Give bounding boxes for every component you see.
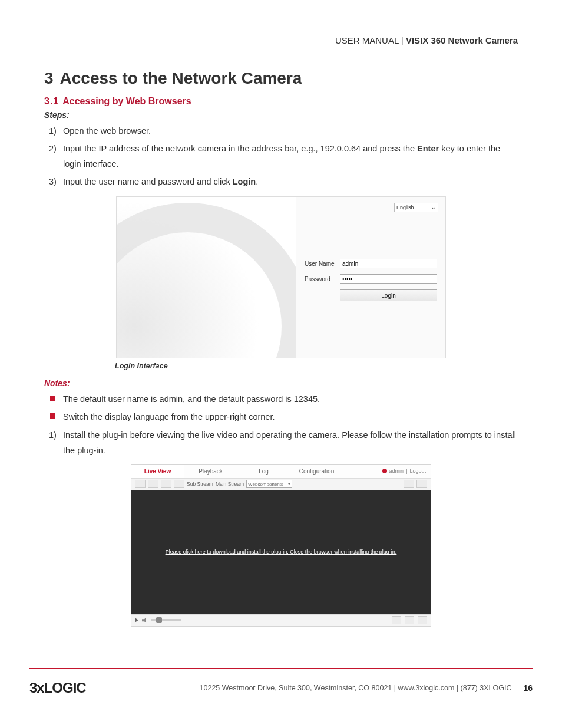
login-panel: English ⌄ User Name Password Login [296, 197, 445, 358]
figure-caption: Login Interface [115, 362, 518, 370]
step-number: 1) [49, 123, 63, 139]
chevron-down-icon: ⌄ [431, 205, 436, 210]
section-number: 3.1 [44, 96, 59, 106]
note-item: The default user name is admin, and the … [63, 391, 518, 407]
logout-link[interactable]: Logout [409, 468, 426, 474]
user-info: admin | Logout [382, 465, 431, 478]
step-item: 1)Open the web browser. [63, 123, 518, 139]
stream-sub[interactable]: Sub Stream [187, 481, 213, 487]
step-text-pre: Input the user name and password and cli… [63, 177, 233, 186]
video-controls [131, 614, 431, 626]
note-text: The default user name is admin, and the … [63, 394, 320, 404]
note-text: Switch the display language from the upp… [63, 412, 275, 421]
page-footer: 3xLOGIC 10225 Westmoor Drive, Suite 300,… [29, 680, 533, 714]
note-item: Switch the display language from the upp… [63, 409, 518, 424]
step-number: 3) [49, 174, 63, 189]
step-number: 2) [49, 141, 63, 156]
tab-playback[interactable]: Playback [184, 465, 237, 478]
step-item: 2)Input the IP address of the network ca… [63, 141, 518, 172]
note-number: 1) [49, 427, 63, 443]
step-text-bold: Login [233, 177, 256, 186]
login-button[interactable]: Login [340, 289, 437, 301]
liveview-screenshot: Live View Playback Log Configuration adm… [131, 464, 431, 627]
page-header: USER MANUAL | VISIX 360 Network Camera [44, 35, 518, 45]
tab-log[interactable]: Log [237, 465, 290, 478]
control-button[interactable] [405, 616, 414, 624]
stream-main[interactable]: Main Stream [216, 481, 244, 487]
note-item: 1)Install the plug-in before viewing the… [63, 427, 518, 458]
chapter-heading: 3Access to the Network Camera [44, 69, 518, 88]
volume-icon[interactable] [142, 617, 148, 623]
toolbar-button[interactable] [416, 480, 427, 488]
step-text-bold: Enter [417, 144, 439, 153]
footer-rule [29, 668, 533, 669]
login-graphic [117, 197, 296, 358]
note-text: Install the plug-in before viewing the l… [63, 430, 516, 455]
plugin-download-link[interactable]: Please click here to download and instal… [166, 548, 397, 556]
username-input[interactable] [340, 259, 437, 268]
notes-list: The default user name is admin, and the … [44, 391, 518, 457]
chevron-down-icon: ▾ [288, 482, 290, 486]
section-title: Accessing by Web Browsers [62, 96, 191, 106]
section-heading: 3.1Accessing by Web Browsers [44, 96, 518, 107]
language-value: English [396, 205, 414, 210]
user-icon [382, 469, 387, 473]
logo: 3xLOGIC [29, 680, 86, 696]
component-select[interactable]: Webcomponents ▾ [246, 480, 292, 488]
chapter-number: 3 [44, 69, 54, 87]
nav-tabs: Live View Playback Log Configuration adm… [131, 465, 431, 479]
username-display: admin [389, 468, 404, 474]
login-form: User Name Password Login [305, 259, 437, 301]
tab-live-view[interactable]: Live View [131, 465, 184, 478]
header-title: VISIX 360 Network Camera [406, 35, 518, 45]
bullet-icon [50, 396, 55, 401]
toolbar-button[interactable] [404, 480, 414, 488]
divider: | [406, 468, 407, 474]
login-screenshot: English ⌄ User Name Password Login [116, 196, 446, 358]
step-text: Open the web browser. [63, 126, 151, 136]
video-toolbar: Sub Stream Main Stream Webcomponents ▾ [131, 479, 431, 490]
header-label: USER MANUAL | [335, 35, 406, 45]
password-label: Password [305, 276, 340, 282]
footer-address: 10225 Westmoor Drive, Suite 300, Westmin… [86, 684, 524, 692]
tab-configuration[interactable]: Configuration [290, 465, 343, 478]
username-label: User Name [305, 261, 340, 267]
video-area: Please click here to download and instal… [131, 490, 431, 614]
layout-button[interactable] [135, 480, 146, 488]
step-item: 3)Input the user name and password and c… [63, 174, 518, 189]
language-select[interactable]: English ⌄ [394, 203, 438, 212]
layout-button[interactable] [161, 480, 171, 488]
notes-label: Notes: [44, 378, 518, 388]
password-input[interactable] [340, 274, 437, 284]
steps-list: 1)Open the web browser. 2)Input the IP a… [44, 123, 518, 189]
play-icon[interactable] [135, 618, 138, 622]
bullet-icon [50, 413, 55, 419]
step-text-post: . [256, 177, 258, 186]
component-value: Webcomponents [248, 482, 283, 487]
control-button[interactable] [392, 616, 401, 624]
step-text-pre: Input the IP address of the network came… [63, 144, 417, 153]
page-number: 16 [523, 683, 533, 693]
layout-button[interactable] [174, 480, 184, 488]
volume-slider[interactable] [151, 619, 181, 621]
chapter-title: Access to the Network Camera [60, 69, 302, 87]
steps-label: Steps: [44, 110, 518, 120]
layout-button[interactable] [148, 480, 158, 488]
control-button[interactable] [418, 616, 427, 624]
